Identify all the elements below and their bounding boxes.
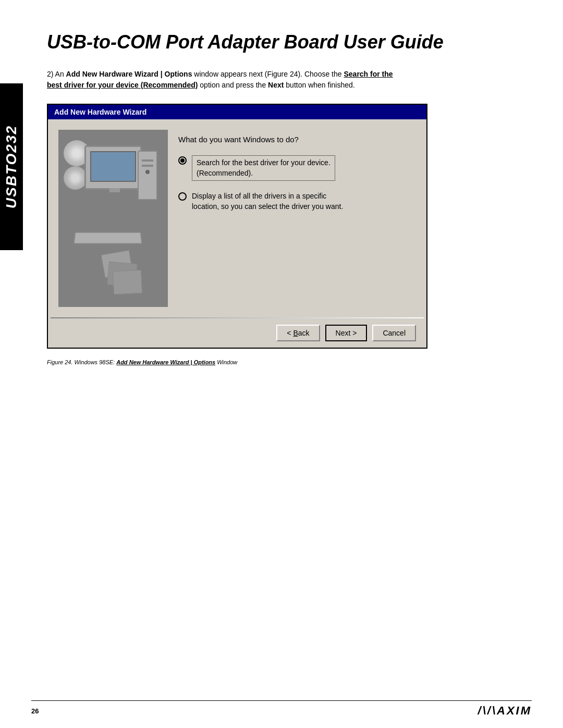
- add-hardware-dialog: Add New Hardware Wizard: [47, 104, 427, 349]
- monitor-screen: [90, 151, 136, 182]
- dialog-question: What do you want Windows to do?: [178, 135, 416, 144]
- computer-scene: [64, 140, 163, 297]
- sidebar-label-text: USBTO232: [3, 125, 20, 208]
- radio-option-2[interactable]: Display a list of all the drivers in a s…: [178, 191, 416, 212]
- dialog-button-row: < Back Next > Cancel: [48, 318, 426, 348]
- logo-text: /\/\AXIM: [478, 704, 532, 717]
- dialog-illustration: [58, 130, 168, 307]
- page-number: 26: [31, 707, 39, 715]
- wizard-name-bold: Add New Hardware Wizard | Options: [66, 70, 192, 78]
- dialog-title: Add New Hardware Wizard: [54, 108, 146, 116]
- radio-label-2: Display a list of all the drivers in a s…: [192, 191, 343, 212]
- dialog-right-panel: What do you want Windows to do? Search f…: [178, 130, 416, 307]
- figure-caption-bold: Add New Hardware Wizard | Options: [116, 359, 215, 365]
- floppy-3: [113, 270, 142, 295]
- keyboard: [74, 232, 143, 244]
- instruction-paragraph: 2) An Add New Hardware Wizard | Options …: [47, 69, 401, 91]
- dialog-body: What do you want Windows to do? Search f…: [48, 119, 426, 317]
- main-content: USB-to-COM Port Adapter Board User Guide…: [31, 0, 563, 402]
- radio-button-1[interactable]: [178, 156, 187, 165]
- monitor-base: [109, 188, 120, 192]
- tower-slot-1: [142, 159, 153, 162]
- radio-button-2[interactable]: [178, 192, 187, 201]
- monitor: [84, 145, 142, 190]
- radio-label-1: Search for the best driver for your devi…: [192, 155, 335, 181]
- radio-option-1[interactable]: Search for the best driver for your devi…: [178, 155, 416, 181]
- sidebar-label: USBTO232: [0, 83, 23, 250]
- cd-2: [64, 166, 87, 190]
- tower-slot-2: [142, 165, 153, 167]
- footer: 26 /\/\AXIM: [31, 700, 532, 718]
- tower: [138, 151, 157, 200]
- back-button[interactable]: < Back: [276, 325, 320, 341]
- maxim-logo: /\/\AXIM: [478, 704, 532, 718]
- page-title: USB-to-COM Port Adapter Board User Guide: [47, 31, 532, 53]
- dialog-titlebar: Add New Hardware Wizard: [48, 105, 426, 119]
- next-button[interactable]: Next >: [325, 325, 368, 341]
- step-number: 2): [47, 70, 53, 78]
- tower-power-button: [145, 170, 150, 174]
- figure-caption: Figure 24. Windows 98SE: Add New Hardwar…: [47, 359, 427, 365]
- next-bold: Next: [268, 81, 284, 89]
- cancel-button[interactable]: Cancel: [372, 325, 416, 341]
